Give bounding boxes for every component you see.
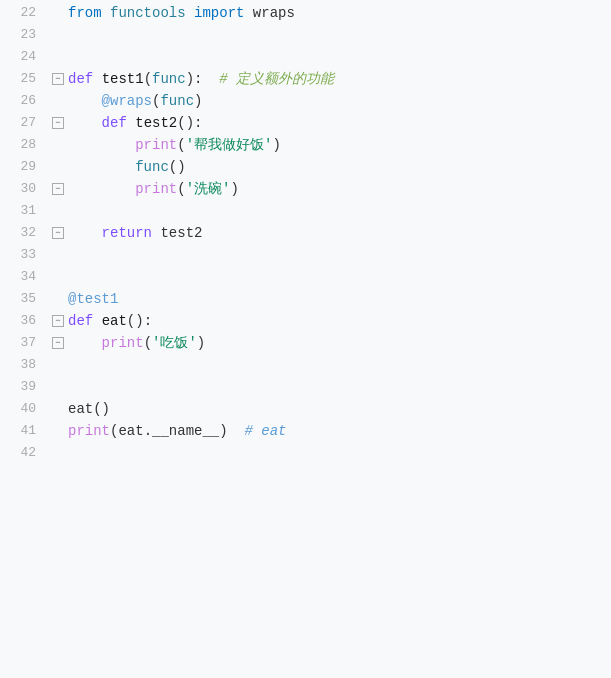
- token: test2: [152, 222, 202, 244]
- code-line: [68, 244, 611, 266]
- token: [68, 222, 102, 244]
- token: [68, 112, 102, 134]
- token: eat: [118, 420, 143, 442]
- code-line: from functools import wraps: [68, 2, 611, 24]
- token: import: [194, 2, 244, 24]
- token: [68, 332, 102, 354]
- token: def: [102, 112, 127, 134]
- token: functools: [110, 2, 186, 24]
- fold-icon[interactable]: −: [52, 73, 64, 85]
- gutter-cell: [48, 398, 68, 420]
- line-number: 32: [0, 222, 36, 244]
- gutter-cell: [48, 354, 68, 376]
- fold-icon[interactable]: −: [52, 183, 64, 195]
- line-number: 27: [0, 112, 36, 134]
- line-number: 23: [0, 24, 36, 46]
- token: (: [177, 178, 185, 200]
- token: eat: [68, 398, 93, 420]
- token: @wraps: [102, 90, 152, 112]
- token: # 定义额外的功能: [202, 68, 334, 90]
- line-number: 31: [0, 200, 36, 222]
- fold-icon[interactable]: −: [52, 315, 64, 327]
- token: __name__: [152, 420, 219, 442]
- token: .: [144, 420, 152, 442]
- token: ): [194, 90, 202, 112]
- gutter-cell: [48, 376, 68, 398]
- token: # eat: [228, 420, 287, 442]
- line-number: 38: [0, 354, 36, 376]
- gutter-cell: [48, 156, 68, 178]
- line-number: 33: [0, 244, 36, 266]
- code-line: [68, 200, 611, 222]
- line-number: 41: [0, 420, 36, 442]
- code-line: [68, 376, 611, 398]
- token: test2: [135, 112, 177, 134]
- gutter-cell: [48, 244, 68, 266]
- code-line: print('洗碗'): [68, 178, 611, 200]
- token: eat: [102, 310, 127, 332]
- code-line: print(eat.__name__) # eat: [68, 420, 611, 442]
- token: test1: [102, 68, 144, 90]
- token: def: [68, 68, 93, 90]
- line-number: 28: [0, 134, 36, 156]
- token: [68, 134, 135, 156]
- token: ): [230, 178, 238, 200]
- code-line: def test1(func): # 定义额外的功能: [68, 68, 611, 90]
- token: ): [219, 420, 227, 442]
- code-line: print('吃饭'): [68, 332, 611, 354]
- token: (): [93, 398, 110, 420]
- token: return: [102, 222, 152, 244]
- gutter-cell: [48, 288, 68, 310]
- line-number: 30: [0, 178, 36, 200]
- token: (: [110, 420, 118, 442]
- line-number: 37: [0, 332, 36, 354]
- token: '吃饭': [152, 332, 197, 354]
- token: (: [144, 68, 152, 90]
- token: [93, 68, 101, 90]
- code-editor: 2223242526272829303132333435363738394041…: [0, 0, 611, 678]
- gutter-cell: [48, 90, 68, 112]
- code-line: [68, 46, 611, 68]
- code-line: def eat():: [68, 310, 611, 332]
- code-line: eat(): [68, 398, 611, 420]
- gutter-cell: [48, 46, 68, 68]
- gutter-cell: −: [48, 178, 68, 200]
- fold-icon[interactable]: −: [52, 227, 64, 239]
- fold-icon[interactable]: −: [52, 117, 64, 129]
- line-number: 26: [0, 90, 36, 112]
- token: ():: [177, 112, 202, 134]
- token: ):: [186, 68, 203, 90]
- token: (): [169, 156, 186, 178]
- token: [68, 178, 135, 200]
- token: '洗碗': [186, 178, 231, 200]
- line-number: 29: [0, 156, 36, 178]
- code-line: return test2: [68, 222, 611, 244]
- gutter-cell: [48, 442, 68, 464]
- code-line: func(): [68, 156, 611, 178]
- fold-icon[interactable]: −: [52, 337, 64, 349]
- gutter-cell: −: [48, 112, 68, 134]
- token: print: [68, 420, 110, 442]
- code-line: def test2():: [68, 112, 611, 134]
- line-number: 34: [0, 266, 36, 288]
- gutter-cell: [48, 266, 68, 288]
- token: @test1: [68, 288, 118, 310]
- line-number: 25: [0, 68, 36, 90]
- token: print: [135, 134, 177, 156]
- token: ():: [127, 310, 152, 332]
- token: from: [68, 2, 102, 24]
- token: ): [197, 332, 205, 354]
- token: [102, 2, 110, 24]
- gutter-cell: −: [48, 222, 68, 244]
- line-number: 35: [0, 288, 36, 310]
- token: [68, 90, 102, 112]
- gutter-cell: [48, 420, 68, 442]
- token: (: [152, 90, 160, 112]
- gutter-cell: −: [48, 332, 68, 354]
- code-line: [68, 266, 611, 288]
- code-line: @wraps(func): [68, 90, 611, 112]
- gutter-cell: [48, 200, 68, 222]
- line-number: 39: [0, 376, 36, 398]
- gutter-cell: −: [48, 68, 68, 90]
- gutter: −−−−−−: [48, 0, 68, 678]
